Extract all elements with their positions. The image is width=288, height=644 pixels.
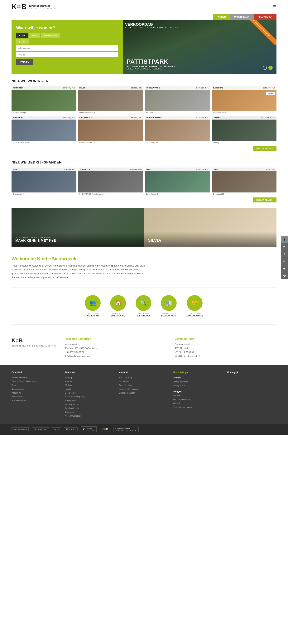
footer-dienst-verkoop[interactable]: Verkoop xyxy=(65,376,115,380)
footer-inloggen-mijn-kb[interactable]: Mijn K+B xyxy=(173,394,223,398)
footer-aanbod-particulier-huur[interactable]: Particulier huur xyxy=(119,384,169,387)
w8-location: HEIKANT xyxy=(213,117,221,119)
footer-dienst-ontwikkelaars[interactable]: Voor ontwikkelaars xyxy=(65,414,115,418)
footer-logo-scvm: SCVM xyxy=(52,427,61,431)
b1-price: OP AANVRAAG xyxy=(63,168,75,170)
logo[interactable]: K B Kindt+Biesbroeck VASTGOED EN BEHEER xyxy=(12,3,56,11)
footer-inloggen-zoekprofiel[interactable]: Zoekprofiel aanmaken xyxy=(173,405,223,409)
footer-aanbod-nieuwbouw[interactable]: Nieuwbouw xyxy=(119,380,169,384)
woning-7[interactable]: KLOOSTERZANDE € 449.000,- K.K. Groenendi… xyxy=(145,116,210,144)
footer-dienst-investeren[interactable]: Investeren xyxy=(65,410,115,414)
filter-nieuwbouw[interactable]: NIEUWBOUW xyxy=(41,34,60,38)
vestiging-hulst: Vestiging Hulst Overdamstraat 3 4561 AL … xyxy=(175,337,276,358)
footer-item-team[interactable]: Team xyxy=(12,384,62,387)
footer-inloggen-brochure[interactable]: Mijn brochuredossier xyxy=(173,398,223,402)
footer-contact-sub-title: Contact xyxy=(173,376,223,379)
email-icon[interactable]: ✉ xyxy=(281,243,288,250)
footer-item-visie[interactable]: Visie en werkwijze xyxy=(12,376,62,380)
footer-dienst-zoekservice[interactable]: Zoekservice xyxy=(65,391,115,395)
footer-dark: Over K+B Visie en werkwijze Thuis in Zee… xyxy=(0,365,288,424)
facebook-icon[interactable]: f xyxy=(281,250,288,258)
mobile-icon[interactable]: 📱 xyxy=(281,236,288,243)
park-desc: DIRECT AAN DE WESTERSCHELDE xyxy=(127,68,175,70)
footer-item-thuis[interactable]: Thuis in Zeeuws Vlaanderen xyxy=(12,380,62,384)
whatsapp-icon[interactable]: 💬 xyxy=(281,272,288,280)
footer-inloggen-title: Inloggen xyxy=(173,390,223,392)
footer-dienst-aankoop[interactable]: Aankoop xyxy=(65,380,115,384)
footer-aanbod-bedrijfsmatig[interactable]: Bedrijfsmatig vastgoed xyxy=(119,387,169,391)
icon-wat-doen-wij[interactable]: 🏠 DIRECT NAAR WAT DOEN WIJ xyxy=(110,295,126,317)
footer-contact-privacy[interactable]: Privacy Policy xyxy=(173,384,223,388)
b2-address: INVESTERING: Noordstraat 21 xyxy=(78,192,143,196)
woning-6[interactable]: SINT JANSTEEN € 475.000,- K.K. Wilhelmin… xyxy=(78,116,143,144)
bedrijf-3[interactable]: SLUIS € 745.000,- K.K. Zuiddijkstraat 8 xyxy=(145,168,210,196)
b3-address: Zuiddijkstraat 8 xyxy=(145,192,210,196)
footer-dienst-woningchecker[interactable]: Woningchecker xyxy=(65,402,115,406)
footer-dienst-waardebepaling[interactable]: Gratis waardebepaling xyxy=(65,395,115,399)
footer-woningrijk: Woningrijk xyxy=(226,371,276,418)
woning-1[interactable]: TERNEUZEN € 749.000,- K.K. Margarethaweg… xyxy=(12,86,76,114)
bekijk-alles-bedrijven-link[interactable]: BEKIJK ALLES + xyxy=(253,198,276,202)
bedrijf-4[interactable]: HULST € 950,- P.M. Steenstraat 18 xyxy=(212,168,277,196)
circle-1[interactable] xyxy=(263,66,267,70)
verkoopdag-title: VERKOOPDAG xyxy=(125,22,178,27)
nieuw-badge: NIEUW xyxy=(266,92,275,95)
w4-address: Hoofdweg Zuid 6 xyxy=(212,111,277,114)
logo-text-block: Kindt+Biesbroeck VASTGOED EN BEHEER xyxy=(29,4,56,9)
promo-maak-kennis[interactable]: AL MEER DAN 45 JAAR ERVARING! MAAK KENNI… xyxy=(12,208,144,246)
terneuzen-title: Vestiging Terneuzen xyxy=(65,337,167,340)
filter-buttons: KOOP HUUR NIEUWBOUW xyxy=(16,34,118,38)
place-input[interactable] xyxy=(16,45,118,51)
circle-2[interactable] xyxy=(268,66,273,70)
footer-dienst-verhuur[interactable]: Verhuur xyxy=(65,384,115,387)
footer-aanbod-particulier-koop[interactable]: Particulier koop xyxy=(119,376,169,380)
promo-1-subtitle: AL MEER DAN 45 JAAR ERVARING! xyxy=(15,236,140,239)
woning-5[interactable]: KOEWACHT € 609.000,- K.K. Johan Bastings… xyxy=(12,116,76,144)
w2-price: € 235.000,- K.K. xyxy=(129,87,142,89)
icon-aankoopadvies[interactable]: 🤝 DIRECT NAAR AANKOOPADVIES xyxy=(186,295,203,317)
w8-address: Weiverg 25 xyxy=(212,141,277,144)
icon-zoekprofiel[interactable]: 🔍 DIRECT NAAR ZOEKPROFIEL xyxy=(136,295,151,317)
footer-dot-y2 xyxy=(17,340,19,342)
woning-8[interactable]: HEIKANT € 563.500,- V.O.N. Weiverg 25 xyxy=(212,116,277,144)
filter-koop[interactable]: KOOP xyxy=(16,34,28,38)
footer-inloggen-vid[interactable]: Mijn Vid xyxy=(173,402,223,405)
footer-contact-info[interactable]: Contact informatie xyxy=(173,380,223,384)
icon-section: 👥 DIRECT NAAR WIE ZIJN WIJ 🏠 DIRECT NAAR… xyxy=(12,287,276,325)
bekijk-alles-woningen-link[interactable]: BEKIJK ALLES + xyxy=(253,146,276,151)
footer-dienst-taxatie[interactable]: Taxatie xyxy=(65,387,115,391)
filter-alles[interactable]: ALLES xyxy=(16,39,29,44)
woning-3[interactable]: VOGELWAARDE € 585.000,- K.K. Elzenhof 7 xyxy=(145,86,210,114)
woning-2[interactable]: HULST € 235.000,- K.K. Oude Polderstraat… xyxy=(78,86,143,114)
footer-woningrijk-title: Woningrijk xyxy=(226,371,276,374)
woningen-grid-row2: KOEWACHT € 609.000,- K.K. Johan Bastings… xyxy=(12,116,276,144)
woning-4[interactable]: ZUIDDORPE € 159.500,- K.K. NIEUW Hoofdwe… xyxy=(212,86,277,114)
search-button[interactable]: ZOEKEN xyxy=(16,59,34,65)
zoekprofiel-label: DIRECT NAAR ZOEKPROFIEL xyxy=(137,313,150,317)
promo-silvia[interactable]: WE GAAN VOOR 100% SILVIA xyxy=(144,208,276,246)
hulst-address: Overdamstraat 3 xyxy=(175,342,276,346)
bedrijf-2[interactable]: TERNEUZEN OP AANVRAAG INVESTERING: Noord… xyxy=(78,168,143,196)
bedrijf-1[interactable]: AXEL OP AANVRAAG Oranjestraat 5 xyxy=(12,168,76,196)
footer-dienst-woning-gerucht[interactable]: Woning Gerucht xyxy=(65,406,115,410)
linkedin-icon[interactable]: in xyxy=(281,258,288,265)
footer-dienst-cadeaukaart[interactable]: Cadeaukaart xyxy=(65,399,115,402)
footer-aanbod-beleggingspanden[interactable]: Beleggingspanden xyxy=(119,391,169,395)
footer-item-wat-doen-wij[interactable]: Wat doen wij xyxy=(12,395,62,399)
footer-financieringen: Financieringen Contact Contact informati… xyxy=(173,371,223,418)
nav-wonen[interactable]: WONEN xyxy=(213,14,230,20)
footer-item-wie-zijn-wij[interactable]: Wie zijn wij xyxy=(12,391,62,395)
nav-ondernemen[interactable]: ONDERNEMEN xyxy=(230,14,253,20)
footer-item-hoe-doen-wij[interactable]: Hoe doen wij dat xyxy=(12,399,62,402)
terneuzen-postbus: Postbox 1003, 4530 GA Terneuzen xyxy=(65,346,167,350)
footer-over-kb-list: Visie en werkwijze Thuis in Zeeuws Vlaan… xyxy=(12,376,62,402)
footer-item-succesverhalen[interactable]: Succesverhalen xyxy=(12,387,62,391)
icon-bedrijfsmatig[interactable]: 🏢 BEKIJK AANBOD BEDRIJFSMATIG xyxy=(161,295,177,317)
price-input[interactable] xyxy=(16,52,118,58)
icon-wie-zijn-wij[interactable]: 👥 DIRECT NAAR WIE ZIJN WIJ xyxy=(85,295,101,317)
filter-huur[interactable]: HUUR xyxy=(29,34,40,38)
nav-financieren[interactable]: FINANCIEREN xyxy=(254,14,276,20)
instagram-icon[interactable]: ◉ xyxy=(281,265,288,272)
w2-location: HULST xyxy=(80,87,85,89)
hamburger-menu[interactable]: ☰ xyxy=(273,4,276,10)
